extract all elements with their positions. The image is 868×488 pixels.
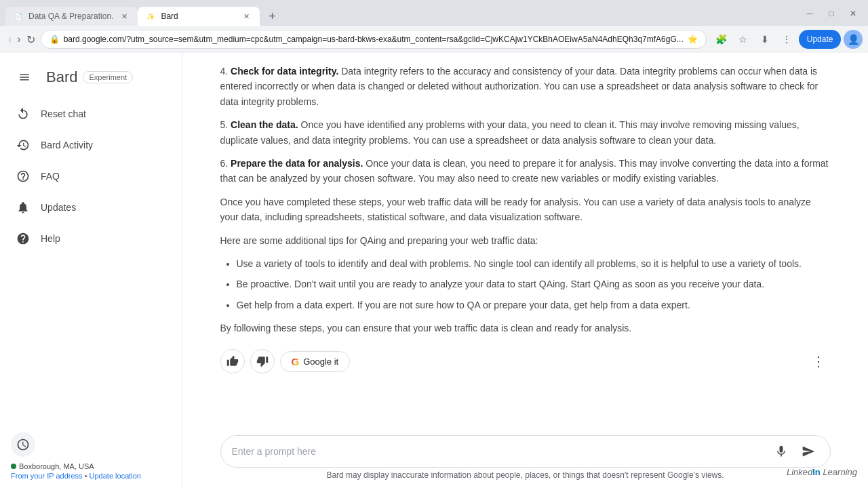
- url-text: bard.google.com/?utm_source=sem&utm_medi…: [64, 35, 684, 44]
- thumbs-down-button[interactable]: [250, 349, 275, 373]
- bard-logo-text: Bard: [46, 68, 77, 86]
- sidebar-nav: Reset chat Bard Activity FAQ: [0, 99, 182, 253]
- sidebar-item-updates[interactable]: Updates: [5, 192, 176, 222]
- sidebar-bottom: Boxborough, MA, USA From your IP address…: [0, 427, 182, 483]
- back-button[interactable]: ‹: [8, 30, 12, 49]
- new-tab-button[interactable]: +: [262, 7, 281, 26]
- tab-close-1[interactable]: ✕: [119, 11, 130, 22]
- paragraph-3: By following these steps, you can ensure…: [220, 321, 831, 336]
- bard-activity-label: Bard Activity: [41, 140, 93, 150]
- tab-favicon-2: ✨: [146, 12, 155, 21]
- update-button[interactable]: Update: [799, 30, 842, 49]
- thumbs-up-button[interactable]: [220, 349, 245, 373]
- reset-chat-icon: [16, 107, 30, 121]
- refresh-button[interactable]: ↻: [26, 30, 35, 49]
- tab-title-2: Bard: [161, 12, 235, 21]
- location-dot: [11, 464, 16, 469]
- sidebar-item-help[interactable]: Help: [5, 224, 176, 253]
- step-4: 4. Check for data integrity. Data integr…: [220, 64, 831, 109]
- update-location-link[interactable]: Update location: [90, 472, 141, 480]
- hamburger-button[interactable]: [11, 64, 38, 91]
- google-it-button[interactable]: G Google it: [280, 351, 351, 372]
- downloads-icon[interactable]: ⬇: [755, 30, 774, 49]
- tab-favicon-1: 📄: [14, 12, 23, 21]
- bullet-list: Use a variety of tools to identify and d…: [220, 256, 831, 312]
- location-name: Boxborough, MA, USA: [11, 462, 171, 470]
- updates-label: Updates: [41, 202, 76, 213]
- step-4-number: 4.: [220, 66, 231, 77]
- faq-icon: [16, 169, 30, 183]
- reset-chat-label: Reset chat: [41, 108, 86, 119]
- tab-data-qa[interactable]: 📄 Data QA & Preparation. ✕: [5, 7, 138, 26]
- paragraph-1: Once you have completed these steps, you…: [220, 195, 831, 225]
- app-layout: Bard Experiment Reset chat Bard Activity: [0, 53, 868, 488]
- tab-close-2[interactable]: ✕: [241, 11, 252, 22]
- bard-activity-icon: [16, 138, 30, 152]
- input-area: Bard may display inaccurate information …: [182, 427, 868, 488]
- content-inner: 4. Check for data integrity. Data integr…: [220, 64, 831, 384]
- paragraph-2: Here are some additional tips for QAing …: [220, 233, 831, 248]
- sidebar-item-faq[interactable]: FAQ: [5, 161, 176, 191]
- updates-icon: [16, 201, 30, 214]
- bullet-1: Use a variety of tools to identify and d…: [237, 256, 831, 271]
- more-options-button[interactable]: ⋮: [806, 349, 831, 373]
- feedback-row: G Google it ⋮: [220, 349, 831, 384]
- sidebar-header: Bard Experiment: [0, 58, 182, 96]
- maximize-icon[interactable]: □: [822, 4, 841, 23]
- prompt-input[interactable]: [232, 446, 765, 457]
- step-6-number: 6.: [220, 158, 231, 169]
- help-label: Help: [41, 233, 60, 244]
- location-info: Boxborough, MA, USA From your IP address…: [11, 462, 171, 480]
- google-g-icon: G: [292, 356, 300, 367]
- content-area[interactable]: 4. Check for data integrity. Data integr…: [182, 53, 868, 427]
- microphone-button[interactable]: [770, 441, 792, 462]
- location-links: From your IP address • Update location: [11, 472, 171, 480]
- faq-label: FAQ: [41, 171, 60, 182]
- sidebar-item-reset-chat[interactable]: Reset chat: [5, 99, 176, 129]
- tab-title-1: Data QA & Preparation.: [28, 12, 113, 21]
- from-ip-link[interactable]: From your IP address: [11, 472, 83, 480]
- close-window-icon[interactable]: ✕: [844, 4, 863, 23]
- step-5-number: 5.: [220, 119, 231, 130]
- tab-bard[interactable]: ✨ Bard ✕: [138, 7, 260, 26]
- toolbar-actions: 🧩 ☆ ⬇ ⋮ Update 👤: [712, 30, 863, 49]
- bookmark-icon[interactable]: ☆: [734, 30, 753, 49]
- step-5-text: Once you have identified any problems wi…: [220, 119, 800, 145]
- step-6-bold: Prepare the data for analysis.: [231, 158, 363, 169]
- bullet-3: Get help from a data expert. If you are …: [237, 298, 831, 312]
- clock-button[interactable]: [11, 432, 35, 457]
- address-bar[interactable]: 🔒 bard.google.com/?utm_source=sem&utm_me…: [41, 30, 707, 49]
- input-box: [220, 435, 831, 468]
- experiment-badge: Experiment: [83, 71, 133, 83]
- minimize-icon[interactable]: ─: [800, 4, 819, 23]
- browser-chrome: 📄 Data QA & Preparation. ✕ ✨ Bard ✕ + ─ …: [0, 0, 868, 53]
- bard-logo: Bard Experiment: [46, 68, 133, 86]
- main-content: 4. Check for data integrity. Data integr…: [182, 53, 868, 488]
- sidebar: Bard Experiment Reset chat Bard Activity: [0, 53, 182, 488]
- step-5-bold: Clean the data.: [231, 119, 298, 130]
- help-icon: [16, 232, 30, 245]
- content-text: 4. Check for data integrity. Data integr…: [220, 64, 831, 336]
- send-button[interactable]: [797, 441, 819, 462]
- step-5: 5. Clean the data. Once you have identif…: [220, 117, 831, 148]
- disclaimer-text: Bard may display inaccurate information …: [220, 468, 831, 483]
- settings-icon[interactable]: ⋮: [777, 30, 796, 49]
- step-4-bold: Check for data integrity.: [231, 66, 338, 77]
- bullet-2: Be proactive. Don't wait until you are r…: [237, 277, 831, 291]
- step-6: 6. Prepare the data for analysis. Once y…: [220, 156, 831, 186]
- extensions-icon[interactable]: 🧩: [712, 30, 731, 49]
- forward-button[interactable]: ›: [17, 30, 20, 49]
- browser-toolbar: ‹ › ↻ 🔒 bard.google.com/?utm_source=sem&…: [0, 26, 868, 53]
- google-it-label: Google it: [303, 357, 338, 367]
- sidebar-item-bard-activity[interactable]: Bard Activity: [5, 130, 176, 160]
- profile-avatar[interactable]: 👤: [844, 30, 863, 49]
